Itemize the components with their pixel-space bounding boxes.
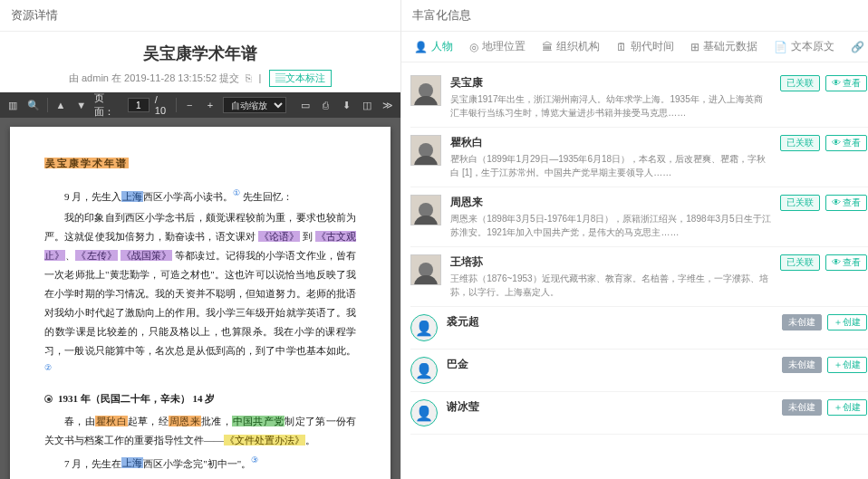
- bullet-icon: [44, 395, 53, 403]
- search-icon[interactable]: 🔍: [26, 97, 42, 113]
- tab-label: 文本原文: [791, 39, 834, 54]
- page-input[interactable]: [128, 98, 149, 112]
- entity-tabs: 👤人物◎地理位置🏛组织机构🗓朝代时间⊞基础元数据📄文本原文🔗相关资源: [401, 32, 868, 62]
- tab-label: 地理位置: [482, 39, 526, 54]
- bookmark-toolbar-icon[interactable]: ◫: [360, 97, 375, 113]
- view-button[interactable]: 👁 查看: [825, 254, 868, 271]
- pdf-viewport[interactable]: 吴宝康学术年谱 9 月，先生入上海西区小学高小读书。① 先生回忆： 我的印象自到…: [0, 118, 400, 479]
- print-icon[interactable]: ⎙: [318, 97, 333, 113]
- tab-icon: 🗓: [616, 41, 627, 53]
- entity-name: 吴宝康: [450, 75, 770, 91]
- entity-name: 谢冰莹: [447, 399, 773, 415]
- zoom-in-icon[interactable]: +: [203, 97, 218, 113]
- prev-page-icon[interactable]: ▲: [53, 97, 69, 113]
- sidebar-toggle-icon[interactable]: ▥: [5, 97, 21, 113]
- meta-sep: |: [258, 72, 261, 83]
- entity-actions: 已关联👁 查看🗑 移除: [780, 135, 868, 151]
- view-button[interactable]: 👁 查看: [825, 135, 868, 151]
- entity-actions: 未创建＋创建🗑 移除: [782, 399, 868, 416]
- view-button[interactable]: 👁 查看: [825, 75, 868, 91]
- badge-unlinked: 未创建: [782, 357, 822, 373]
- entity-work-hl: 《战国策》: [121, 250, 173, 261]
- para: 9 月，先生入上海西区小学高小读书。① 先生回忆：: [44, 186, 356, 206]
- entity-row: 👤巴金未创建＋创建🗑 移除: [410, 350, 868, 392]
- entity-place-hl: 上海: [121, 191, 143, 202]
- tab-组织机构[interactable]: 🏛组织机构: [542, 39, 600, 54]
- tab-文本原文[interactable]: 📄文本原文: [774, 39, 834, 54]
- badge-unlinked: 未创建: [782, 314, 822, 331]
- avatar-photo: [410, 195, 441, 225]
- copy-icon[interactable]: ⎘: [246, 72, 252, 83]
- entity-info: 吴宝康吴宝康1917年出生，浙江湖州南浔人。幼年求学上海。1935年，进入上海英…: [450, 75, 770, 120]
- doc-meta-text: 由 admin 在 2019-11-28 13:15:52 提交: [69, 72, 239, 83]
- entity-row: 瞿秋白瞿秋白（1899年1月29日—1935年6月18日），本名双，后改瞿爽、瞿…: [410, 128, 868, 187]
- tab-地理位置[interactable]: ◎地理位置: [469, 39, 526, 54]
- entity-row: 王培荪王维荪（1876~1953）近现代藏书家、教育家。名植善，字维生，一字濮荪…: [410, 247, 868, 307]
- tab-icon: 📄: [774, 41, 787, 53]
- view-button[interactable]: 👁 查看: [825, 195, 868, 211]
- entity-name: 裘元超: [447, 314, 773, 330]
- tab-label: 组织机构: [556, 39, 600, 54]
- entity-row: 吴宝康吴宝康1917年出生，浙江湖州南浔人。幼年求学上海。1935年，进入上海英…: [410, 68, 868, 128]
- entity-row: 周恩来周恩来（1898年3月5日-1976年1月8日），原籍浙江绍兴，1898年…: [410, 187, 868, 247]
- tab-相关资源[interactable]: 🔗相关资源: [851, 39, 868, 54]
- tab-人物[interactable]: 👤人物: [414, 39, 453, 54]
- create-button[interactable]: ＋创建: [827, 314, 867, 331]
- entity-desc: 周恩来（1898年3月5日-1976年1月8日），原籍浙江绍兴，1898年3月5…: [450, 212, 770, 239]
- left-panel-title: 资源详情: [0, 0, 400, 32]
- avatar-placeholder: 👤: [410, 399, 438, 426]
- entity-org-hl: 中国共产党: [232, 416, 285, 426]
- presentation-icon[interactable]: ▭: [297, 97, 313, 113]
- badge-linked: 已关联: [780, 75, 820, 91]
- tab-icon: 👤: [414, 41, 428, 53]
- avatar-placeholder: 👤: [410, 357, 438, 384]
- entity-actions: 未创建＋创建🗑 移除: [782, 314, 868, 331]
- doc-meta: 由 admin 在 2019-11-28 13:15:52 提交 ⎘ | ▤文本…: [0, 70, 400, 92]
- create-button[interactable]: ＋创建: [827, 357, 867, 373]
- entity-actions: 已关联👁 查看🗑 移除: [780, 195, 868, 211]
- entity-work-hl: 《论语》: [258, 231, 300, 242]
- pdf-page: 吴宝康学术年谱 9 月，先生入上海西区小学高小读书。① 先生回忆： 我的印象自到…: [10, 127, 391, 479]
- doc-title: 吴宝康学术年谱: [0, 32, 400, 70]
- entity-info: 周恩来周恩来（1898年3月5日-1976年1月8日），原籍浙江绍兴，1898年…: [450, 195, 770, 239]
- entity-place-hl: 上海: [121, 457, 143, 468]
- badge-linked: 已关联: [780, 135, 820, 151]
- tools-icon[interactable]: ≫: [381, 97, 396, 113]
- entity-actions: 已关联👁 查看🗑 移除: [780, 254, 868, 271]
- entity-info: 瞿秋白瞿秋白（1899年1月29日—1935年6月18日），本名双，后改瞿爽、瞿…: [450, 135, 770, 179]
- footnote-ref[interactable]: ②: [44, 363, 52, 372]
- tab-icon: ⊞: [690, 41, 699, 53]
- tab-icon: 🏛: [542, 41, 553, 53]
- tab-label: 基础元数据: [703, 39, 757, 54]
- badge-linked: 已关联: [780, 195, 820, 211]
- entity-row: 👤谢冰莹未创建＋创建🗑 移除: [410, 392, 868, 435]
- tab-朝代时间[interactable]: 🗓朝代时间: [616, 39, 674, 54]
- para: 我的印象自到西区小学念书后，颇觉课程较前为重，要求也较前为严。这就促使我加倍努力…: [44, 208, 356, 380]
- tab-label: 人物: [431, 39, 453, 54]
- entity-desc: 瞿秋白（1899年1月29日—1935年6月18日），本名双，后改瞿爽、瞿霜，字…: [450, 152, 770, 179]
- download-icon[interactable]: ⬇: [339, 97, 354, 113]
- entity-desc: 王维荪（1876~1953）近现代藏书家、教育家。名植善，字维生，一字濮荪、培荪…: [450, 272, 770, 299]
- pdf-toolbar: ▥ 🔍 ▲ ▼ 页面： / 10 − + 自动缩放 ▭ ⎙ ⬇ ◫ ≫: [0, 92, 400, 118]
- entity-actions: 未创建＋创建🗑 移除: [782, 357, 868, 373]
- section-heading: 1931 年（民国二十年，辛未） 14 岁: [44, 389, 356, 408]
- next-page-icon[interactable]: ▼: [73, 97, 89, 113]
- footnote-ref[interactable]: ③: [251, 455, 258, 465]
- avatar-photo: [410, 254, 441, 285]
- annotate-button[interactable]: ▤文本标注: [269, 70, 332, 87]
- para: 春，由瞿秋白起草，经周恩来批准，中国共产党制定了第一份有关文书与档案工作的重要指…: [44, 412, 356, 450]
- create-button[interactable]: ＋创建: [827, 399, 867, 416]
- tab-icon: ◎: [469, 41, 478, 53]
- bookmark-icon: ▤: [275, 72, 285, 83]
- entity-row: 👤裘元超未创建＋创建🗑 移除: [410, 307, 868, 350]
- para: 7 月，先生在上海西区小学念完"初中一"。③: [44, 453, 356, 474]
- entity-info: 王培荪王维荪（1876~1953）近现代藏书家、教育家。名植善，字维生，一字濮荪…: [450, 254, 770, 299]
- zoom-select[interactable]: 自动缩放: [223, 97, 286, 113]
- zoom-out-icon[interactable]: −: [182, 97, 198, 113]
- entity-name: 瞿秋白: [450, 135, 770, 150]
- tab-label: 朝代时间: [631, 39, 674, 54]
- entity-name: 王培荪: [450, 254, 770, 270]
- avatar-photo: [410, 75, 441, 106]
- tab-基础元数据[interactable]: ⊞基础元数据: [690, 39, 757, 54]
- entity-info: 巴金: [447, 357, 773, 374]
